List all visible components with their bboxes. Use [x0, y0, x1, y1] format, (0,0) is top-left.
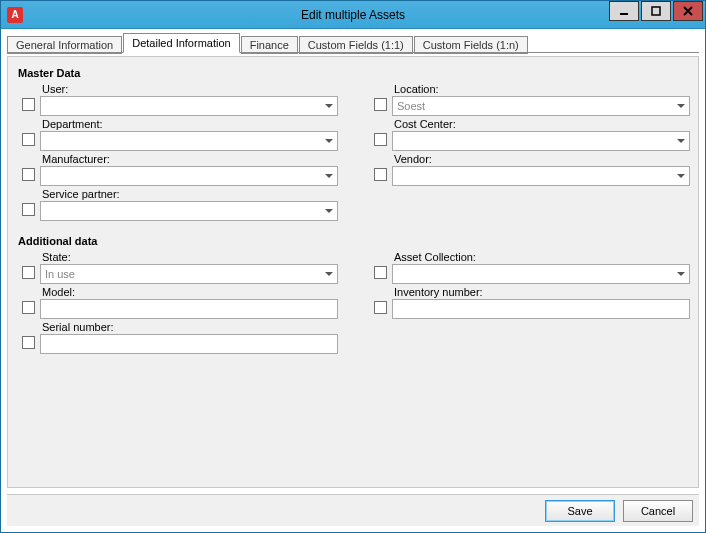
window-controls — [609, 1, 705, 28]
chevron-down-icon — [677, 174, 685, 178]
text-serial-number[interactable] — [40, 334, 338, 354]
maximize-button[interactable] — [641, 1, 671, 21]
cancel-button[interactable]: Cancel — [623, 500, 693, 522]
label-asset-collection: Asset Collection: — [394, 251, 690, 263]
chevron-down-icon — [677, 272, 685, 276]
chevron-down-icon — [677, 139, 685, 143]
chevron-down-icon — [325, 104, 333, 108]
tabstrip: General Information Detailed Information… — [1, 29, 705, 53]
label-service-partner: Service partner: — [42, 188, 338, 200]
label-cost-center: Cost Center: — [394, 118, 690, 130]
checkbox-location[interactable] — [374, 98, 387, 111]
combo-vendor[interactable] — [392, 166, 690, 186]
checkbox-vendor[interactable] — [374, 168, 387, 181]
section-title-master-data: Master Data — [18, 67, 690, 79]
label-inventory-number: Inventory number: — [394, 286, 690, 298]
app-icon: A — [7, 7, 23, 23]
checkbox-state[interactable] — [22, 266, 35, 279]
button-bar: Save Cancel — [7, 494, 699, 526]
window-title: Edit multiple Assets — [1, 8, 705, 22]
label-state: State: — [42, 251, 338, 263]
combo-manufacturer[interactable] — [40, 166, 338, 186]
checkbox-manufacturer[interactable] — [22, 168, 35, 181]
combo-asset-collection[interactable] — [392, 264, 690, 284]
window-frame: A Edit multiple Assets General Informati… — [0, 0, 706, 533]
combo-user[interactable] — [40, 96, 338, 116]
label-manufacturer: Manufacturer: — [42, 153, 338, 165]
titlebar: A Edit multiple Assets — [1, 1, 705, 29]
tab-detailed-information[interactable]: Detailed Information — [123, 33, 239, 53]
text-model[interactable] — [40, 299, 338, 319]
combo-location[interactable]: Soest — [392, 96, 690, 116]
checkbox-department[interactable] — [22, 133, 35, 146]
checkbox-model[interactable] — [22, 301, 35, 314]
save-button[interactable]: Save — [545, 500, 615, 522]
combo-cost-center[interactable] — [392, 131, 690, 151]
chevron-down-icon — [325, 209, 333, 213]
checkbox-cost-center[interactable] — [374, 133, 387, 146]
checkbox-service-partner[interactable] — [22, 203, 35, 216]
master-data-grid: User: Location: Soest Department: — [16, 81, 690, 221]
tab-underline — [7, 52, 699, 53]
text-inventory-number[interactable] — [392, 299, 690, 319]
section-title-additional-data: Additional data — [18, 235, 690, 247]
chevron-down-icon — [325, 139, 333, 143]
label-user: User: — [42, 83, 338, 95]
label-vendor: Vendor: — [394, 153, 690, 165]
combo-service-partner[interactable] — [40, 201, 338, 221]
label-serial-number: Serial number: — [42, 321, 338, 333]
combo-state-value: In use — [45, 268, 75, 280]
combo-state[interactable]: In use — [40, 264, 338, 284]
checkbox-inventory-number[interactable] — [374, 301, 387, 314]
svg-rect-1 — [652, 7, 660, 15]
tab-content: Master Data User: Location: Soest — [7, 56, 699, 488]
minimize-button[interactable] — [609, 1, 639, 21]
combo-location-value: Soest — [397, 100, 425, 112]
checkbox-asset-collection[interactable] — [374, 266, 387, 279]
combo-department[interactable] — [40, 131, 338, 151]
label-model: Model: — [42, 286, 338, 298]
checkbox-serial-number[interactable] — [22, 336, 35, 349]
checkbox-user[interactable] — [22, 98, 35, 111]
additional-data-grid: State: In use Asset Collection: Model: — [16, 249, 690, 354]
chevron-down-icon — [325, 174, 333, 178]
label-location: Location: — [394, 83, 690, 95]
label-department: Department: — [42, 118, 338, 130]
close-button[interactable] — [673, 1, 703, 21]
chevron-down-icon — [677, 104, 685, 108]
chevron-down-icon — [325, 272, 333, 276]
